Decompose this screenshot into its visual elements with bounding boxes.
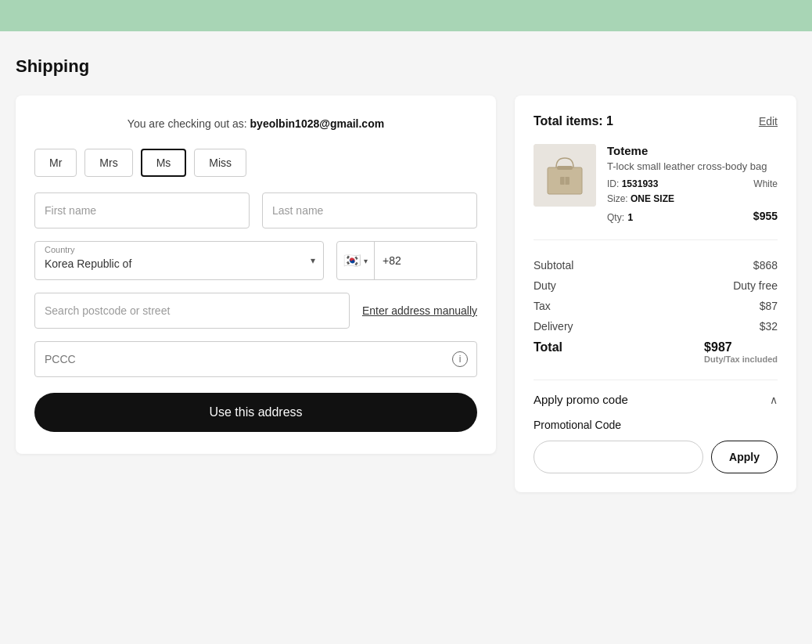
qty-value: 1 bbox=[627, 212, 633, 223]
title-miss[interactable]: Miss bbox=[194, 149, 246, 177]
delivery-value: $32 bbox=[760, 320, 778, 333]
duty-tax-note: Duty/Tax included bbox=[704, 354, 778, 364]
promo-code-label: Promotional Code bbox=[534, 419, 778, 431]
subtotal-label: Subtotal bbox=[534, 259, 573, 272]
delivery-label: Delivery bbox=[534, 320, 573, 333]
product-meta: ID: 1531933 White Size: ONE SIZE bbox=[607, 177, 778, 207]
address-search-row: Enter address manually bbox=[34, 293, 477, 329]
qty-label: Qty: bbox=[607, 212, 624, 223]
product-name: T-lock small leather cross-body bag bbox=[607, 160, 778, 172]
product-brand: Toteme bbox=[607, 144, 778, 157]
total-label: Total bbox=[534, 340, 562, 364]
title-buttons-group: Mr Mrs Ms Miss bbox=[34, 149, 477, 177]
product-price: $955 bbox=[753, 210, 778, 222]
subtotal-value: $868 bbox=[753, 259, 778, 272]
order-title: Total items: 1 bbox=[534, 114, 613, 128]
id-value: 1531933 bbox=[622, 178, 659, 189]
pccc-row: i bbox=[34, 341, 477, 377]
tax-row: Tax $87 bbox=[534, 300, 778, 312]
product-details: Toteme T-lock small leather cross-body b… bbox=[607, 144, 778, 224]
shipping-form-panel: You are checking out as: byeolbin1028@gm… bbox=[16, 95, 496, 454]
flag-select[interactable]: 🇰🇷 ▾ bbox=[337, 242, 375, 279]
postcode-input-wrapper bbox=[34, 293, 350, 329]
order-header: Total items: 1 Edit bbox=[534, 114, 778, 128]
country-label: Country bbox=[45, 245, 75, 254]
product-color: White bbox=[753, 177, 778, 192]
postcode-search-input[interactable] bbox=[34, 293, 350, 329]
phone-input[interactable] bbox=[375, 242, 477, 279]
delivery-row: Delivery $32 bbox=[534, 320, 778, 333]
use-address-button[interactable]: Use this address bbox=[34, 393, 477, 432]
title-ms[interactable]: Ms bbox=[141, 149, 187, 177]
pccc-input[interactable] bbox=[34, 341, 477, 377]
name-row bbox=[34, 192, 477, 228]
main-layout: You are checking out as: byeolbin1028@gm… bbox=[16, 95, 796, 492]
country-phone-row: Country Korea Republic of ▾ 🇰🇷 ▾ bbox=[34, 241, 477, 280]
promo-code-input[interactable] bbox=[534, 441, 703, 473]
duty-value: Duty free bbox=[733, 279, 778, 292]
enter-address-manually-button[interactable]: Enter address manually bbox=[362, 304, 477, 317]
korea-flag-icon: 🇰🇷 bbox=[343, 252, 361, 269]
country-select[interactable]: Korea Republic of bbox=[35, 242, 323, 276]
order-summary-panel: Total items: 1 Edit Toteme bbox=[515, 95, 796, 492]
total-value: $987 bbox=[704, 340, 778, 354]
promo-section: Apply promo code ∧ Promotional Code Appl… bbox=[534, 380, 778, 473]
pccc-info-icon[interactable]: i bbox=[452, 351, 468, 367]
promo-input-row: Apply bbox=[534, 441, 778, 473]
title-mrs[interactable]: Mrs bbox=[84, 149, 132, 177]
product-image bbox=[534, 144, 596, 207]
promo-apply-button[interactable]: Apply bbox=[711, 441, 778, 473]
promo-toggle-label: Apply promo code bbox=[534, 393, 628, 406]
tax-label: Tax bbox=[534, 300, 551, 312]
size-label: Size: bbox=[607, 193, 628, 204]
product-row: Toteme T-lock small leather cross-body b… bbox=[534, 144, 778, 240]
country-select-wrapper: Country Korea Republic of ▾ bbox=[34, 241, 324, 280]
chevron-up-icon: ∧ bbox=[770, 394, 778, 406]
promo-toggle[interactable]: Apply promo code ∧ bbox=[534, 393, 778, 406]
phone-chevron-icon: ▾ bbox=[364, 257, 368, 265]
id-label: ID: bbox=[607, 178, 619, 189]
first-name-input[interactable] bbox=[34, 192, 250, 228]
top-bar bbox=[0, 0, 812, 31]
total-value-group: $987 Duty/Tax included bbox=[704, 340, 778, 364]
size-value: ONE SIZE bbox=[631, 193, 674, 204]
phone-wrapper: 🇰🇷 ▾ bbox=[336, 241, 477, 280]
edit-order-button[interactable]: Edit bbox=[759, 115, 778, 128]
pccc-wrapper: i bbox=[34, 341, 477, 377]
duty-row: Duty Duty free bbox=[534, 279, 778, 292]
title-mr[interactable]: Mr bbox=[34, 149, 77, 177]
svg-rect-2 bbox=[557, 166, 573, 170]
product-price-row: Qty: 1 $955 bbox=[607, 210, 778, 224]
tax-value: $87 bbox=[760, 300, 778, 312]
qty-row: Qty: 1 bbox=[607, 210, 633, 224]
grand-total-row: Total $987 Duty/Tax included bbox=[534, 340, 778, 364]
totals-section: Subtotal $868 Duty Duty free Tax $87 Del… bbox=[534, 259, 778, 364]
checkout-email: byeolbin1028@gmail.com bbox=[250, 117, 385, 130]
subtotal-row: Subtotal $868 bbox=[534, 259, 778, 272]
duty-label: Duty bbox=[534, 279, 556, 292]
checkout-as-text: You are checking out as: byeolbin1028@gm… bbox=[34, 117, 477, 130]
page-title: Shipping bbox=[16, 56, 796, 77]
last-name-input[interactable] bbox=[262, 192, 477, 228]
product-bag-svg bbox=[534, 144, 596, 207]
